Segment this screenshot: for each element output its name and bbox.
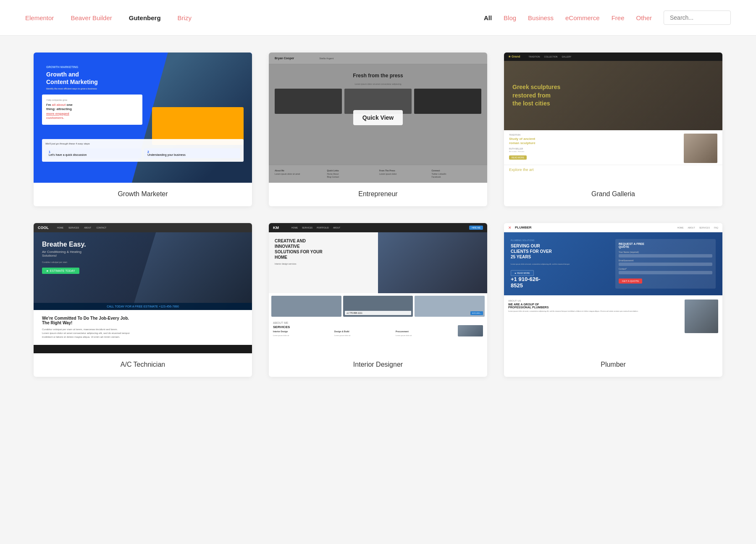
card-preview-ac-technician[interactable]: COOL HOME SERVICES ABOUT CONTACT Breathe… [34,223,252,353]
template-grid: GROWTH MARKETING Growth andContent Marke… [34,53,722,377]
filter-all[interactable]: All [484,14,492,21]
card-preview-grand-galleria[interactable]: ★ Grand TRADITION COLLECTION GALLERY Gre… [504,53,722,183]
filter-blog[interactable]: Blog [504,14,516,21]
card-title-growth-marketer: Growth Marketer [34,183,252,206]
card-title-interior-designer: Interior Designer [269,353,487,377]
nav-gutenberg[interactable]: Gutenberg [129,14,161,21]
card-title-grand-galleria: Grand Galleria [504,183,722,206]
header: Elementor Beaver Builder Gutenberg Brizy… [0,0,756,36]
quick-view-entrepreneur[interactable]: Quick View [269,53,487,183]
card-ac-technician: COOL HOME SERVICES ABOUT CONTACT Breathe… [34,223,252,377]
card-preview-growth-marketer[interactable]: GROWTH MARKETING Growth andContent Marke… [34,53,252,183]
card-plumber: ✕ PLUMBER HOME ABOUT SERVICES FAQ PLUMBI… [504,223,722,377]
card-title-ac-technician: A/C Technician [34,353,252,377]
search-input[interactable] [664,11,731,25]
card-grand-galleria: ★ Grand TRADITION COLLECTION GALLERY Gre… [504,53,722,206]
nav-elementor[interactable]: Elementor [25,14,54,21]
nav-beaver-builder[interactable]: Beaver Builder [71,14,112,21]
card-preview-plumber[interactable]: ✕ PLUMBER HOME ABOUT SERVICES FAQ PLUMBI… [504,223,722,353]
card-title-entrepreneur: Entrepreneur [269,183,487,206]
filter-other[interactable]: Other [636,14,652,21]
nav-brizy[interactable]: Brizy [178,14,192,21]
quick-view-label-entrepreneur: Quick View [353,110,403,125]
card-entrepreneur: Bryan Cooper Stella Argent Fresh from th… [269,53,487,206]
filter-ecommerce[interactable]: eCommerce [565,14,600,21]
card-preview-entrepreneur[interactable]: Bryan Cooper Stella Argent Fresh from th… [269,53,487,183]
card-growth-marketer: GROWTH MARKETING Growth andContent Marke… [34,53,252,206]
card-interior-designer: KM HOME SERVICES PORTFOLIO ABOUT HIRE ME… [269,223,487,377]
card-preview-interior-designer[interactable]: KM HOME SERVICES PORTFOLIO ABOUT HIRE ME… [269,223,487,353]
filter-business[interactable]: Business [528,14,554,21]
card-title-plumber: Plumber [504,353,722,377]
main-content: GROWTH MARKETING Growth andContent Marke… [0,36,756,394]
filter-free[interactable]: Free [612,14,625,21]
nav-left: Elementor Beaver Builder Gutenberg Brizy [25,14,192,21]
nav-right: All Blog Business eCommerce Free Other [484,11,731,25]
